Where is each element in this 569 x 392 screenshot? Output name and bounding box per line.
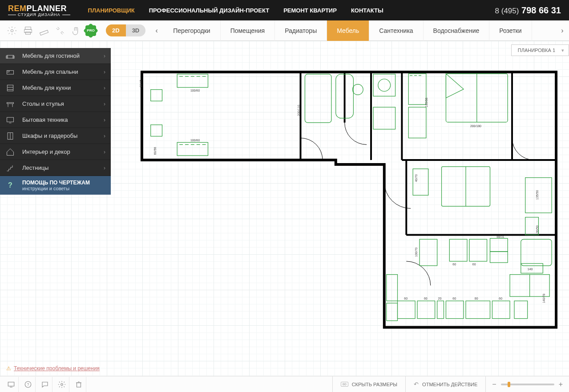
- trash-icon[interactable]: [71, 377, 86, 392]
- zoom-control: − +: [485, 376, 569, 392]
- tab-radiators[interactable]: Радиаторы: [275, 20, 327, 41]
- svg-rect-10: [7, 85, 13, 91]
- svg-point-0: [11, 29, 13, 32]
- svg-rect-52: [521, 239, 552, 265]
- tab-rooms[interactable]: Помещения: [221, 20, 275, 41]
- tab-partitions[interactable]: Перегородки: [163, 20, 220, 41]
- logo-sub: СТУДИЯ ДИЗАЙНА: [18, 12, 61, 17]
- table-icon: [5, 99, 15, 109]
- svg-text:100/60: 100/60: [190, 139, 200, 142]
- tab-sockets[interactable]: Розетки: [489, 20, 532, 41]
- tabs-prev-icon[interactable]: ‹: [150, 20, 163, 41]
- svg-rect-50: [490, 238, 508, 252]
- toolbar: PRO 2D 3D ‹ Перегородки Помещения Радиат…: [0, 20, 569, 41]
- nav-renovation[interactable]: РЕМОНТ КВАРТИР: [283, 7, 337, 14]
- plan-dropdown[interactable]: ПЛАНИРОВКА 1: [511, 44, 569, 56]
- ruler-icon[interactable]: [37, 24, 51, 37]
- svg-rect-55: [437, 301, 444, 319]
- svg-point-36: [378, 79, 391, 92]
- svg-rect-64: [387, 303, 398, 321]
- size-badge-icon: 80: [341, 382, 348, 387]
- svg-text:200/180: 200/180: [470, 124, 481, 128]
- svg-rect-28: [151, 90, 162, 101]
- svg-rect-48: [449, 239, 467, 261]
- svg-text:130/50: 130/50: [536, 225, 539, 235]
- svg-text:40/70: 40/70: [415, 174, 418, 182]
- chevron-right-icon: ›: [104, 149, 105, 155]
- chevron-right-icon: ›: [104, 117, 105, 123]
- svg-rect-3: [26, 32, 31, 34]
- zoom-slider[interactable]: [501, 384, 554, 385]
- svg-rect-63: [387, 275, 398, 301]
- svg-rect-1: [25, 27, 31, 29]
- tab-furniture[interactable]: Мебель: [327, 20, 369, 41]
- view-2d-button[interactable]: 2D: [106, 24, 126, 36]
- chevron-right-icon: ›: [104, 53, 105, 59]
- view-3d-button[interactable]: 3D: [126, 24, 146, 36]
- sidebar-item-wardrobes[interactable]: Шкафы и гардеробы ›: [0, 128, 111, 144]
- svg-text:60: 60: [404, 297, 408, 300]
- gear-icon[interactable]: [54, 377, 69, 392]
- tab-water[interactable]: Водоснабжение: [424, 20, 490, 41]
- bottom-bar: ? 80 СКРЫТЬ РАЗМЕРЫ ↶ ОТМЕНИТЬ ДЕЙСТВИЕ …: [0, 376, 569, 392]
- sidebar-item-kitchen[interactable]: Мебель для кухни ›: [0, 80, 111, 96]
- svg-text:?: ?: [27, 383, 29, 387]
- svg-text:80: 80: [475, 297, 478, 300]
- logo-rem: REM: [8, 4, 27, 13]
- svg-rect-58: [492, 301, 510, 319]
- sidebar-item-bedroom[interactable]: Мебель для спальни ›: [0, 64, 111, 80]
- chat-icon[interactable]: [37, 377, 52, 392]
- tabs-next-icon[interactable]: ›: [556, 20, 569, 41]
- svg-rect-47: [420, 239, 437, 265]
- undo-button[interactable]: ↶ ОТМЕНИТЬ ДЕЙСТВИЕ: [405, 376, 485, 392]
- tech-problems-link[interactable]: Технические проблемы и решения: [6, 365, 100, 372]
- bed-icon: [5, 67, 15, 77]
- undo-icon: ↶: [414, 381, 419, 388]
- sidebar-item-tables[interactable]: Столы и стулья ›: [0, 96, 111, 112]
- tab-plumbing[interactable]: Сантехника: [369, 20, 423, 41]
- cabinet-icon: [5, 83, 15, 93]
- sidebar-item-stairs[interactable]: Лестницы ›: [0, 160, 111, 176]
- floorplan[interactable]: 100/60 100/60 200/110 200/180 165/68 135…: [133, 68, 565, 349]
- pro-badge[interactable]: PRO: [85, 25, 96, 36]
- svg-text:90/45: 90/45: [139, 80, 142, 87]
- hand-icon[interactable]: [69, 24, 83, 37]
- header: REMPLANNER СТУДИЯ ДИЗАЙНА ПЛАНИРОВЩИК ПР…: [0, 0, 569, 20]
- nav-design-project[interactable]: ПРОФЕССИОНАЛЬНЫЙ ДИЗАЙН-ПРОЕКТ: [149, 7, 269, 14]
- svg-rect-8: [7, 70, 14, 74]
- settings-icon[interactable]: [5, 24, 19, 37]
- zoom-out-button[interactable]: −: [492, 380, 496, 388]
- question-icon: ?: [5, 180, 15, 190]
- phone-number[interactable]: 8 (495) 798 66 31: [495, 5, 561, 16]
- svg-text:140/78: 140/78: [542, 294, 545, 303]
- print-icon[interactable]: [21, 24, 35, 37]
- nav-contacts[interactable]: КОНТАКТЫ: [351, 7, 383, 14]
- sidebar-item-decor[interactable]: Интерьер и декор ›: [0, 144, 111, 160]
- chevron-right-icon: ›: [104, 85, 105, 91]
- svg-rect-92: [77, 383, 81, 387]
- sidebar-item-appliances[interactable]: Бытовая техника ›: [0, 112, 111, 128]
- chevron-right-icon: ›: [104, 69, 105, 75]
- canvas-area[interactable]: Мебель для гостиной › Мебель для спальни…: [0, 41, 569, 376]
- house-icon: [5, 147, 15, 157]
- help-icon[interactable]: ?: [20, 377, 36, 392]
- svg-rect-38: [408, 74, 426, 104]
- main-nav: ПЛАНИРОВЩИК ПРОФЕССИОНАЛЬНЫЙ ДИЗАЙН-ПРОЕ…: [88, 7, 495, 14]
- svg-rect-4: [40, 30, 48, 35]
- hide-sizes-button[interactable]: 80 СКРЫТЬ РАЗМЕРЫ: [332, 376, 405, 392]
- zoom-in-button[interactable]: +: [559, 380, 563, 388]
- svg-rect-53: [397, 301, 415, 319]
- svg-text:20: 20: [438, 297, 442, 300]
- svg-text:88/31: 88/31: [496, 235, 504, 238]
- sidebar-item-living[interactable]: Мебель для гостиной ›: [0, 48, 111, 64]
- furniture-sidebar: Мебель для гостиной › Мебель для спальни…: [0, 48, 111, 195]
- nav-planner[interactable]: ПЛАНИРОВЩИК: [88, 7, 135, 14]
- svg-text:135/50: 135/50: [536, 190, 539, 200]
- wardrobe-icon: [5, 131, 15, 141]
- sidebar-help[interactable]: ? ПОМОЩЬ ПО ЧЕРТЕЖАМ инструкции и советы: [0, 176, 111, 195]
- chevron-right-icon: ›: [104, 101, 105, 107]
- svg-point-91: [61, 383, 63, 385]
- logo[interactable]: REMPLANNER СТУДИЯ ДИЗАЙНА: [8, 4, 70, 17]
- tools-icon[interactable]: [53, 24, 67, 37]
- screen-icon[interactable]: [4, 377, 19, 392]
